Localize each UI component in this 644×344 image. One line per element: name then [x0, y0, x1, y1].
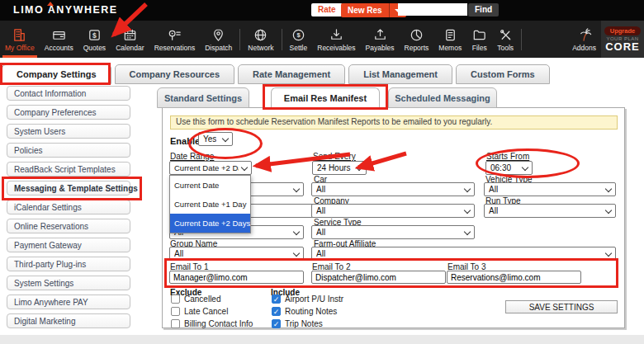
pie-chart-icon: [409, 27, 424, 43]
vehicle-type-select[interactable]: All: [484, 182, 616, 196]
airport-pu-instr-label: Airport P/U Instr: [285, 295, 343, 304]
service-type-select[interactable]: All: [311, 225, 475, 239]
sidebar-item-contact-information[interactable]: Contact Information: [7, 86, 130, 101]
document-icon: [443, 27, 458, 43]
tab-email-res-manifest[interactable]: Email Res Manifest: [271, 87, 380, 108]
nav-memos[interactable]: Memos: [433, 21, 466, 58]
find-button[interactable]: Find: [468, 3, 499, 16]
sidebar-item-system-users[interactable]: System Users: [7, 124, 130, 139]
car-select[interactable]: All: [311, 182, 475, 196]
routing-notes-checkbox[interactable]: [272, 307, 281, 316]
nav-files[interactable]: Files: [466, 21, 492, 58]
send-every-select[interactable]: 24 Hours: [312, 161, 367, 175]
date-range-label: Date Range: [170, 152, 214, 161]
sidebar-item-system-settings[interactable]: System Settings: [7, 276, 130, 290]
sidebar-item-limo-anywhere-pay[interactable]: Limo Anywhere PAY: [7, 295, 130, 309]
arrow-up-tray-icon: [372, 27, 388, 43]
company-select[interactable]: All: [311, 204, 475, 218]
plan-upgrade-block[interactable]: Upgrade YOUR PLAN CORE: [601, 21, 644, 58]
arrow-down-tray-icon: [329, 27, 344, 43]
sidebar-item-payment-gateway[interactable]: Payment Gateway: [7, 238, 130, 252]
starts-from-select[interactable]: 06:30: [485, 161, 533, 175]
chevron-down-icon: [605, 206, 612, 213]
palm-tree-icon: [576, 27, 592, 43]
tab-company-resources[interactable]: Company Resources: [115, 64, 234, 84]
nav-accounts[interactable]: Accounts: [40, 21, 78, 58]
chevron-down-icon: [293, 249, 300, 256]
wallet-icon: [51, 27, 67, 43]
globe-icon: [253, 27, 268, 43]
tab-scheduled-messaging[interactable]: Scheduled Messaging: [388, 87, 497, 108]
email-to-1-input[interactable]: [169, 271, 304, 284]
building-icon: [12, 27, 27, 43]
nav-network[interactable]: Network: [243, 21, 278, 58]
dollar-square-icon: $: [87, 27, 102, 43]
svg-text:$: $: [92, 31, 97, 39]
chevron-down-icon: [464, 228, 471, 234]
routing-notes-label: Routing Notes: [285, 307, 337, 316]
sidebar-item-company-preferences[interactable]: Company Preferences: [7, 105, 130, 120]
nav-label: Tools: [497, 44, 514, 52]
nav-label: Files: [472, 44, 487, 52]
nav-reports[interactable]: Reports: [400, 21, 434, 58]
nav-settle[interactable]: $ Settle: [285, 21, 313, 58]
rate-button[interactable]: Rate: [311, 3, 343, 16]
email-to-2-input[interactable]: [311, 271, 446, 284]
divider: [282, 29, 282, 50]
airport-pu-instr-checkbox[interactable]: [272, 295, 281, 304]
enabled-select[interactable]: Yes: [198, 132, 233, 146]
nav-my-office[interactable]: My Office: [0, 21, 40, 58]
trip-notes-label: Trip Notes: [285, 319, 323, 328]
sidebar-item-digital-marketing[interactable]: Digital Marketing: [7, 313, 130, 328]
nav-payables[interactable]: Payables: [361, 21, 400, 58]
farm-out-affiliate-select[interactable]: All: [311, 247, 616, 261]
nav-quotes[interactable]: $ Quotes: [78, 21, 111, 58]
nav-dispatch[interactable]: Dispatch: [200, 21, 237, 58]
sidebar-item-third-party-plug-ins[interactable]: Third-party Plug-ins: [7, 257, 130, 271]
date-range-dropdown-list: Current Date Current Date +1 Day Current…: [169, 175, 251, 233]
nav-label: My Office: [5, 44, 35, 52]
upgrade-badge[interactable]: Upgrade: [604, 26, 641, 35]
sidebar-item-icalendar-settings[interactable]: iCalendar Settings: [7, 200, 130, 214]
tab-company-settings[interactable]: Company Settings: [2, 64, 111, 84]
dropdown-option-current-date[interactable]: Current Date: [170, 176, 250, 195]
plan-name: CORE: [605, 41, 640, 52]
search-input[interactable]: [398, 3, 467, 16]
main-nav-toolbar: My Office Accounts $ Quotes Calendar Res…: [0, 21, 644, 58]
billing-contact-info-checkbox[interactable]: [171, 319, 180, 328]
settings-tab-bar: Company Settings Company Resources Rate …: [2, 64, 553, 84]
new-res-label: New Res: [341, 6, 389, 15]
chevron-down-icon: [464, 185, 471, 191]
cancelled-checkbox[interactable]: [171, 295, 180, 304]
trip-notes-checkbox[interactable]: [272, 319, 281, 328]
nav-reservations[interactable]: Reservations: [149, 21, 201, 58]
dropdown-option-current-date-plus-1[interactable]: Current Date +1 Day: [170, 195, 250, 214]
nav-addons[interactable]: Addons: [567, 21, 601, 58]
nav-tools[interactable]: Tools: [492, 21, 519, 58]
folder-icon: [471, 27, 487, 43]
sidebar-item-readback-script-templates[interactable]: ReadBack Script Templates: [7, 162, 130, 177]
date-range-select[interactable]: Current Date +2 Days: [169, 161, 252, 175]
nav-label: Calendar: [116, 44, 144, 52]
group-name-select[interactable]: All: [169, 247, 304, 261]
tab-rate-management[interactable]: Rate Management: [238, 64, 345, 84]
sidebar-item-messaging-template-settings[interactable]: Messaging & Template Settings: [7, 181, 130, 196]
cancelled-label: Cancelled: [184, 295, 220, 304]
divider: [389, 3, 390, 17]
tab-list-management[interactable]: List Management: [348, 64, 452, 84]
sidebar-item-policies[interactable]: Policies: [7, 143, 130, 158]
sidebar-item-online-reservations[interactable]: Online Reservations: [7, 219, 130, 233]
tab-custom-forms[interactable]: Custom Forms: [456, 64, 550, 84]
chevron-down-icon: [293, 185, 300, 191]
nav-calendar[interactable]: Calendar: [111, 21, 149, 58]
tools-icon: [498, 27, 514, 43]
late-cancel-checkbox[interactable]: [171, 307, 180, 316]
dropdown-option-current-date-plus-2[interactable]: Current Date +2 Days: [170, 214, 250, 233]
new-res-button[interactable]: New Res: [341, 3, 406, 17]
save-settings-button[interactable]: SAVE SETTINGS: [505, 300, 618, 313]
tab-standard-settings[interactable]: Standard Settings: [157, 87, 249, 108]
nav-receivables[interactable]: Receivables: [312, 21, 360, 58]
email-to-3-input[interactable]: [447, 271, 581, 284]
billing-contact-info-label: Billing Contact Info: [184, 319, 253, 328]
run-type-select[interactable]: All: [484, 204, 616, 218]
